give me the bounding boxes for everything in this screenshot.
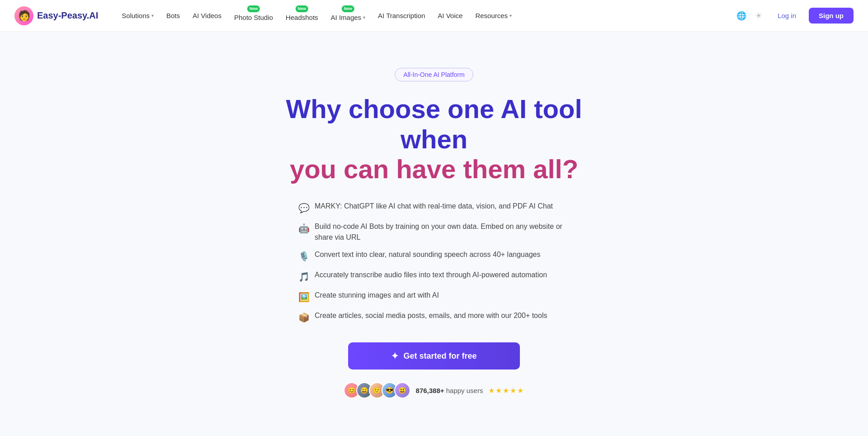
chevron-down-icon-ai-images: ▾ bbox=[363, 15, 365, 20]
navbar: 🧑 Easy-Peasy.AI Solutions ▾ Bots AI Vide… bbox=[0, 0, 868, 32]
hero-title-line1: Why choose one AI tool when bbox=[286, 94, 582, 154]
feature-text-1: MARKY: ChatGPT like AI chat with real-ti… bbox=[315, 201, 553, 212]
chevron-down-icon: ▾ bbox=[151, 13, 154, 18]
sparkle-icon: ✦ bbox=[391, 351, 399, 361]
audio-icon: 🎵 bbox=[298, 270, 309, 284]
hero-section: All-In-One AI Platform Why choose one AI… bbox=[0, 32, 868, 426]
avatar-group: 😊 😄 🙂 😎 😃 bbox=[344, 382, 410, 398]
nav-item-ai-images[interactable]: New AI Images ▾ bbox=[326, 6, 371, 25]
nav-label-ai-transcription: AI Transcription bbox=[378, 12, 425, 19]
nav-item-solutions[interactable]: Solutions ▾ bbox=[116, 8, 159, 23]
hero-title-line2: you can have them all? bbox=[290, 154, 578, 184]
nav-label-solutions: Solutions bbox=[122, 12, 150, 19]
feature-text-6: Create articles, social media posts, ema… bbox=[315, 310, 547, 321]
feature-text-2: Build no-code AI Bots by training on you… bbox=[315, 221, 570, 243]
nav-item-photo-studio[interactable]: New Photo Studio bbox=[229, 6, 278, 25]
cta-button[interactable]: ✦ Get started for free bbox=[348, 342, 520, 370]
proof-text: 876,388+ happy users bbox=[416, 387, 483, 394]
hero-title: Why choose one AI tool when you can have… bbox=[258, 94, 610, 185]
nav-item-headshots[interactable]: New Headshots bbox=[280, 6, 324, 25]
feature-text-3: Convert text into clear, natural soundin… bbox=[315, 249, 540, 260]
nav-item-resources[interactable]: Resources ▾ bbox=[470, 8, 517, 23]
logo-link[interactable]: 🧑 Easy-Peasy.AI bbox=[14, 6, 98, 25]
avatar: 😃 bbox=[394, 382, 410, 398]
nav-label-resources: Resources bbox=[475, 12, 508, 19]
chevron-down-icon-resources: ▾ bbox=[509, 13, 512, 18]
mic-icon: 🎙️ bbox=[298, 250, 309, 263]
nav-badge-photo-studio: New bbox=[247, 5, 260, 12]
feature-text-5: Create stunning images and art with AI bbox=[315, 290, 439, 301]
nav-item-ai-voice[interactable]: AI Voice bbox=[432, 8, 468, 23]
list-item: 📦 Create articles, social media posts, e… bbox=[298, 310, 570, 324]
nav-item-ai-transcription[interactable]: AI Transcription bbox=[373, 8, 430, 23]
nav-label-ai-voice: AI Voice bbox=[438, 12, 462, 19]
chat-icon: 💬 bbox=[298, 201, 309, 215]
list-item: 💬 MARKY: ChatGPT like AI chat with real-… bbox=[298, 201, 570, 215]
nav-actions: 🌐 ☀ Log in Sign up bbox=[735, 8, 854, 24]
nav-links: Solutions ▾ Bots AI Videos New Photo Stu… bbox=[116, 6, 735, 25]
globe-icon[interactable]: 🌐 bbox=[735, 9, 748, 22]
image-icon: 🖼️ bbox=[298, 290, 309, 304]
login-button[interactable]: Log in bbox=[769, 8, 804, 23]
nav-label-bots: Bots bbox=[166, 12, 180, 19]
bot-icon: 🤖 bbox=[298, 222, 309, 235]
proof-count: 876,388+ bbox=[416, 387, 444, 394]
social-proof: 😊 😄 🙂 😎 😃 876,388+ happy users ★★★★★ bbox=[344, 382, 525, 398]
logo-avatar: 🧑 bbox=[14, 6, 33, 25]
nav-label-ai-images: AI Images bbox=[331, 14, 362, 21]
hero-badge: All-In-One AI Platform bbox=[395, 68, 473, 81]
nav-badge-headshots: New bbox=[295, 5, 308, 12]
cta-label: Get started for free bbox=[403, 351, 476, 361]
list-item: 🎵 Accurately transcribe audio files into… bbox=[298, 270, 570, 284]
nav-item-ai-videos[interactable]: AI Videos bbox=[187, 8, 227, 23]
theme-toggle-icon[interactable]: ☀ bbox=[752, 9, 765, 22]
nav-item-bots[interactable]: Bots bbox=[161, 8, 185, 23]
feature-text-4: Accurately transcribe audio files into t… bbox=[315, 270, 547, 280]
star-rating: ★★★★★ bbox=[488, 386, 524, 395]
nav-label-ai-videos: AI Videos bbox=[193, 12, 222, 19]
nav-label-photo-studio: Photo Studio bbox=[234, 14, 273, 21]
nav-badge-ai-images: New bbox=[342, 5, 355, 12]
features-list: 💬 MARKY: ChatGPT like AI chat with real-… bbox=[298, 201, 570, 324]
list-item: 🤖 Build no-code AI Bots by training on y… bbox=[298, 221, 570, 243]
signup-button[interactable]: Sign up bbox=[809, 8, 854, 24]
nav-label-headshots: Headshots bbox=[286, 14, 318, 21]
list-item: 🎙️ Convert text into clear, natural soun… bbox=[298, 249, 570, 263]
tools-icon: 📦 bbox=[298, 311, 309, 324]
list-item: 🖼️ Create stunning images and art with A… bbox=[298, 290, 570, 304]
proof-suffix: happy users bbox=[444, 387, 483, 394]
logo-text: Easy-Peasy.AI bbox=[37, 10, 98, 21]
